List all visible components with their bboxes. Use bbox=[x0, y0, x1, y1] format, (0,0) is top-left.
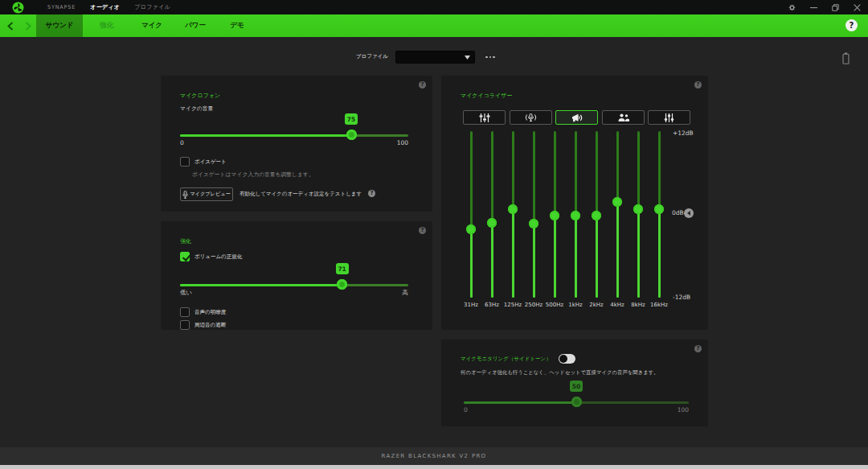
panel-title-equalizer: マイクイコライザー bbox=[461, 92, 512, 100]
eq-thumb[interactable] bbox=[571, 211, 580, 220]
eq-thumb[interactable] bbox=[592, 211, 601, 220]
minimize-button[interactable] bbox=[803, 0, 825, 14]
eq-thumb[interactable] bbox=[529, 219, 538, 228]
forward-button[interactable] bbox=[19, 14, 37, 37]
close-icon bbox=[854, 4, 861, 11]
profile-label: プロファイル bbox=[356, 53, 388, 60]
eq-thumb[interactable] bbox=[466, 224, 476, 234]
battery-icon bbox=[842, 52, 850, 68]
monitoring-description: 何のオーディオ強化も行うことなく、ヘッドセットで直接マイクの音声を聞きます。 bbox=[461, 369, 659, 376]
eq-preset-broadcast[interactable] bbox=[555, 110, 598, 125]
menu-item-synapse[interactable]: SYNAPSE bbox=[40, 0, 83, 14]
taskbar-edge bbox=[0, 465, 868, 469]
clarity-label: 音声の明瞭度 bbox=[194, 309, 226, 316]
info-icon[interactable]: ? bbox=[694, 81, 702, 88]
window-controls bbox=[781, 0, 868, 14]
minimize-icon bbox=[810, 4, 817, 11]
synapse-window: SYNAPSE オーディオ プロファイル サウンド bbox=[0, 0, 868, 469]
eq-preset-conference[interactable] bbox=[602, 110, 645, 125]
maximize-button[interactable] bbox=[825, 0, 846, 14]
slider-min-label: 低い bbox=[180, 289, 192, 297]
eq-reset-button[interactable] bbox=[684, 208, 694, 218]
eq-freq-label: 1kHz bbox=[568, 302, 582, 308]
subtab-row: サウンド 強化 マイク パワー デモ bbox=[36, 14, 257, 37]
slider-min-label: 0 bbox=[180, 139, 184, 146]
eq-thumb[interactable] bbox=[508, 204, 518, 214]
normalize-checkbox-row[interactable]: ボリュームの正規化 bbox=[180, 252, 242, 261]
eq-bars-icon bbox=[479, 113, 490, 122]
enhancement-level-slider[interactable]: 71 低い 高 bbox=[180, 279, 408, 290]
settings-button[interactable] bbox=[781, 0, 803, 14]
panel-title-microphone: マイクロフォン bbox=[180, 92, 220, 100]
eq-thumb[interactable] bbox=[654, 204, 664, 214]
tab-power[interactable]: パワー bbox=[174, 14, 217, 37]
eq-preset-flat[interactable] bbox=[463, 110, 506, 125]
profile-more-button[interactable] bbox=[483, 51, 497, 64]
monitoring-toggle[interactable] bbox=[559, 354, 575, 364]
slider-thumb[interactable] bbox=[571, 397, 582, 407]
chevron-left-icon bbox=[7, 22, 14, 31]
titlebar-menu: SYNAPSE オーディオ プロファイル bbox=[40, 0, 178, 14]
mic-icon bbox=[182, 191, 188, 199]
hint-info-icon[interactable]: ? bbox=[368, 190, 375, 197]
eq-thumb[interactable] bbox=[612, 197, 622, 207]
info-icon[interactable]: ? bbox=[419, 81, 426, 88]
device-name: RAZER BLACKSHARK V2 PRO bbox=[382, 453, 487, 459]
eq-scale-top: +12dB bbox=[673, 130, 694, 137]
titlebar: SYNAPSE オーディオ プロファイル bbox=[0, 0, 868, 14]
voice-gate-checkbox-row[interactable]: ボイスゲート bbox=[180, 157, 227, 167]
eq-thumb[interactable] bbox=[550, 211, 559, 220]
profile-select[interactable] bbox=[395, 51, 475, 64]
tab-enhancement[interactable]: 強化 bbox=[83, 14, 130, 37]
slider-value-badge: 75 bbox=[345, 113, 358, 125]
eq-freq-label: 125Hz bbox=[504, 302, 522, 308]
eq-band-1: 63Hz bbox=[481, 131, 502, 298]
maximize-icon bbox=[832, 4, 839, 11]
eq-band-9: 16kHz bbox=[649, 131, 669, 298]
toggle-knob bbox=[559, 355, 567, 363]
gear-icon bbox=[788, 4, 796, 11]
normalize-label: ボリュームの正規化 bbox=[194, 253, 242, 261]
mic-sound-icon bbox=[525, 113, 537, 122]
menu-item-audio[interactable]: オーディオ bbox=[83, 0, 127, 14]
clarity-checkbox-row[interactable]: 音声の明瞭度 bbox=[180, 307, 226, 317]
normalize-checkbox[interactable] bbox=[180, 252, 190, 261]
close-button[interactable] bbox=[846, 0, 868, 14]
clarity-checkbox[interactable] bbox=[180, 307, 190, 317]
menu-item-profile[interactable]: プロファイル bbox=[127, 0, 178, 14]
device-footer: RAZER BLACKSHARK V2 PRO bbox=[0, 447, 868, 465]
slider-min-label: 0 bbox=[464, 406, 468, 413]
mic-preview-button[interactable]: マイクプレビュー bbox=[180, 187, 233, 201]
tab-mic[interactable]: マイク bbox=[130, 14, 174, 37]
eq-preset-vocal[interactable] bbox=[510, 110, 552, 125]
eq-thumb[interactable] bbox=[487, 218, 497, 228]
mic-volume-slider[interactable]: 75 0 100 bbox=[180, 130, 408, 141]
tab-demo[interactable]: デモ bbox=[217, 14, 257, 37]
slider-thumb[interactable] bbox=[337, 279, 347, 290]
voice-gate-checkbox[interactable] bbox=[180, 157, 190, 167]
eq-preset-custom[interactable] bbox=[648, 110, 690, 125]
slider-max-label: 100 bbox=[397, 139, 408, 146]
chevron-right-icon bbox=[25, 22, 31, 31]
info-icon[interactable]: ? bbox=[419, 227, 426, 234]
ambient-noise-checkbox[interactable] bbox=[180, 320, 190, 330]
back-button[interactable] bbox=[2, 14, 19, 37]
eq-band-3: 250Hz bbox=[523, 131, 544, 298]
mic-volume-label: マイクの音量 bbox=[180, 105, 213, 113]
monitoring-level-slider[interactable]: 50 0 100 bbox=[464, 397, 689, 408]
chevron-down-icon bbox=[465, 56, 470, 60]
ambient-noise-checkbox-row[interactable]: 周辺音の遮断 bbox=[180, 320, 226, 330]
eq-thumb[interactable] bbox=[633, 204, 643, 214]
eq-band-2: 125Hz bbox=[502, 131, 523, 298]
eq-freq-label: 4kHz bbox=[610, 302, 624, 308]
mixer-sliders-icon bbox=[664, 113, 674, 122]
tab-sound[interactable]: サウンド bbox=[36, 14, 83, 37]
eq-scale-bottom: -12dB bbox=[673, 294, 690, 301]
slider-max-label: 高 bbox=[403, 289, 409, 297]
info-icon[interactable]: ? bbox=[694, 345, 702, 352]
eq-freq-label: 63Hz bbox=[485, 302, 499, 308]
more-dots-icon bbox=[485, 56, 488, 59]
help-button[interactable]: ? bbox=[845, 19, 858, 31]
eq-freq-label: 250Hz bbox=[525, 302, 542, 308]
slider-thumb[interactable] bbox=[346, 130, 357, 140]
